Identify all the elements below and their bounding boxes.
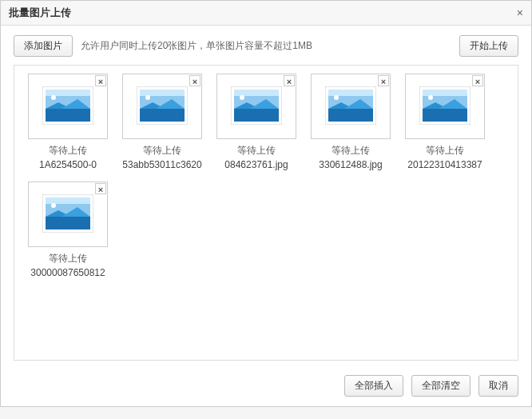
upload-item: ×等待上传330612488.jpg (306, 74, 395, 170)
svg-rect-25 (328, 109, 373, 122)
cancel-button[interactable]: 取消 (478, 375, 518, 397)
svg-point-10 (145, 95, 150, 100)
close-icon[interactable]: × (517, 6, 523, 19)
filename-label: 1A6254500-0 (23, 159, 113, 170)
upload-status: 等待上传 (23, 144, 113, 158)
thumbnail-box: × (28, 182, 108, 247)
filename-label: 30000087650812 (23, 267, 113, 278)
upload-status: 等待上传 (23, 252, 113, 265)
upload-item: ×等待上传084623761.jpg (212, 74, 301, 170)
svg-rect-23 (328, 90, 373, 96)
filename-label: 330612488.jpg (306, 159, 395, 170)
thumbnail-box: × (122, 74, 202, 139)
upload-status: 等待上传 (212, 144, 301, 158)
start-upload-button[interactable]: 开始上传 (459, 35, 518, 57)
upload-grid: ×等待上传1A6254500-0×等待上传53abb53011c3620×等待上… (21, 74, 511, 289)
svg-rect-39 (46, 217, 90, 229)
dialog-title: 批量图片上传 (9, 6, 71, 20)
thumbnail-box: × (28, 74, 108, 139)
svg-rect-11 (140, 109, 185, 122)
svg-rect-18 (234, 109, 279, 122)
svg-point-24 (334, 95, 339, 100)
thumbnail-box: × (405, 74, 485, 139)
svg-rect-9 (140, 90, 185, 96)
svg-point-31 (428, 95, 433, 100)
image-thumbnail-icon (325, 86, 376, 127)
remove-icon[interactable]: × (378, 75, 389, 86)
image-thumbnail-icon (42, 194, 93, 235)
dialog-footer: 全部插入 全部清空 取消 (1, 367, 531, 406)
svg-rect-32 (423, 109, 467, 122)
remove-icon[interactable]: × (472, 75, 483, 86)
upload-item: ×等待上传1A6254500-0 (23, 74, 113, 170)
image-thumbnail-icon (137, 86, 188, 127)
toolbar: 添加图片 允许用户同时上传20张图片，单张图片容量不超过1MB 开始上传 (14, 35, 518, 57)
svg-rect-30 (423, 90, 467, 96)
svg-rect-16 (234, 90, 279, 96)
upload-item: ×等待上传30000087650812 (23, 182, 113, 278)
upload-status: 等待上传 (306, 144, 395, 158)
image-thumbnail-icon (42, 86, 93, 127)
add-image-button[interactable]: 添加图片 (14, 35, 73, 57)
svg-point-17 (240, 95, 244, 100)
remove-icon[interactable]: × (95, 75, 106, 86)
thumbnail-box: × (311, 74, 391, 139)
dialog-body: 添加图片 允许用户同时上传20张图片，单张图片容量不超过1MB 开始上传 ×等待… (1, 26, 531, 367)
svg-rect-37 (46, 198, 90, 204)
filename-label: 53abb53011c3620 (117, 159, 207, 170)
filename-label: 20122310413387 (400, 159, 490, 170)
upload-status: 等待上传 (400, 144, 490, 158)
filename-label: 084623761.jpg (212, 159, 301, 170)
image-thumbnail-icon (419, 86, 470, 127)
remove-icon[interactable]: × (189, 75, 200, 86)
upload-grid-container: ×等待上传1A6254500-0×等待上传53abb53011c3620×等待上… (14, 65, 518, 361)
thumbnail-box: × (216, 74, 296, 139)
svg-point-38 (51, 203, 56, 208)
insert-all-button[interactable]: 全部插入 (344, 375, 403, 397)
dialog-header: 批量图片上传 × (1, 1, 531, 26)
svg-rect-2 (46, 90, 90, 96)
remove-icon[interactable]: × (95, 183, 106, 194)
upload-hint: 允许用户同时上传20张图片，单张图片容量不超过1MB (81, 39, 453, 53)
image-thumbnail-icon (231, 86, 282, 127)
clear-all-button[interactable]: 全部清空 (411, 375, 470, 397)
remove-icon[interactable]: × (284, 75, 295, 86)
upload-status: 等待上传 (117, 144, 207, 158)
svg-rect-4 (46, 109, 90, 122)
upload-dialog: 批量图片上传 × 添加图片 允许用户同时上传20张图片，单张图片容量不超过1MB… (0, 0, 532, 407)
svg-point-3 (51, 95, 56, 100)
upload-item: ×等待上传53abb53011c3620 (117, 74, 207, 170)
upload-item: ×等待上传20122310413387 (400, 74, 490, 170)
